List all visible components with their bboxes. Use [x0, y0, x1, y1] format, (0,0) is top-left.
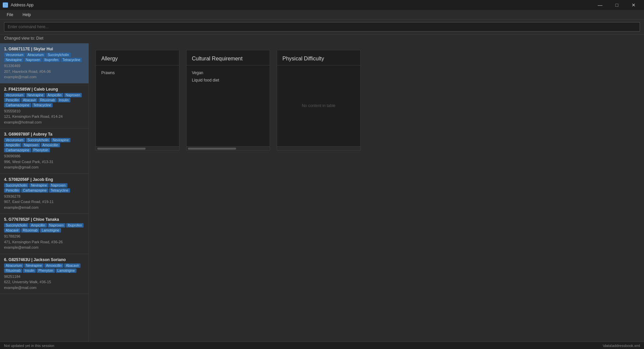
menu-help[interactable]: Help — [18, 11, 35, 18]
physical-panel-footer — [277, 146, 360, 150]
tag-ibuprofen: Ibuprofen — [43, 58, 60, 62]
contact-card-4[interactable]: 4. S7082056F | Jacob EngSuccinylcholinNe… — [0, 174, 89, 214]
tag-penicillin: Penicillin — [4, 98, 20, 102]
close-button[interactable]: ✕ — [626, 0, 641, 10]
tag-naproxen: Naproxen — [22, 143, 40, 147]
tag-naproxen: Naproxen — [49, 183, 67, 188]
contact-tags: SuccinylcholinAmpicillinNaproxenIbuprofe… — [4, 223, 85, 233]
app-title: Address App — [11, 3, 34, 7]
app-icon — [3, 2, 8, 8]
contact-card-6[interactable]: 6. G8257463U | Jackson SorianoAtracurium… — [0, 254, 89, 294]
tag-naproxen: Naproxen — [24, 58, 42, 62]
tag-succinylcholin: Succinylcholin — [26, 138, 50, 142]
tag-ibuprofen: Ibuprofen — [66, 223, 84, 228]
cultural-scrollbar[interactable] — [188, 148, 236, 150]
tag-rituximab: Rituximab — [4, 268, 22, 273]
cultural-panel: Cultural Requirement VeganLiquid food di… — [186, 50, 270, 151]
tag-ampicillin: Ampicillin — [46, 93, 63, 97]
tag-tetracycline: Tetracycline — [49, 188, 70, 193]
menu-file[interactable]: File — [3, 11, 17, 18]
status-line: Changed view to: Diet — [0, 35, 644, 43]
physical-panel-header: Physical Difficulty — [277, 50, 360, 65]
tag-succinylcholin: Succinylcholin — [4, 183, 29, 188]
tag-carbamazepine: Carbamazepine — [4, 103, 31, 107]
tag-ampicillin: Ampicillin — [4, 143, 21, 147]
contact-name: 4. S7082056F | Jacob Eng — [4, 177, 85, 182]
allergy-panel: Allergy Prawns — [96, 50, 179, 151]
tag-nevirapine: Nevirapine — [51, 138, 70, 142]
tag-vecuronium: Vecuronium — [4, 53, 25, 57]
tag-nevirapine: Nevirapine — [4, 58, 23, 62]
minimize-button[interactable]: — — [592, 0, 608, 10]
contact-info: 93555810121, Kensington Park Road, #14-2… — [4, 108, 85, 125]
physical-panel-body: No content in table — [277, 65, 360, 146]
contact-name: 3. G6969780F | Aubrey Ta — [4, 132, 85, 137]
tag-carbamazepine: Carbamazepine — [4, 148, 31, 152]
contact-card-5[interactable]: 5. G7767852F | Chloe TanakaSuccinylcholi… — [0, 214, 89, 254]
titlebar: Address App — □ ✕ — [0, 0, 644, 10]
titlebar-left: Address App — [3, 2, 34, 8]
tag-lamotrigine: Lamotrigine — [56, 268, 76, 273]
contact-info: 93696986996, West Coast Park, #13-31exam… — [4, 153, 85, 170]
contact-card-3[interactable]: 3. G6969780F | Aubrey TaVecuroniumSuccin… — [0, 129, 89, 174]
tag-tetracycline: Tetracycline — [61, 58, 82, 62]
content-area: Allergy Prawns Cultural Requirement Vega… — [89, 43, 644, 342]
allergy-scrollbar[interactable] — [97, 148, 146, 150]
tag-nevirapine: Nevirapine — [29, 183, 49, 188]
contact-tags: SuccinylcholinNevirapineNaproxenPenicill… — [4, 183, 85, 193]
tag-abacavir: Abacavir — [21, 98, 38, 102]
statusbar-right: \data\addressbook.xml — [603, 344, 640, 348]
allergy-item: Prawns — [101, 69, 174, 77]
maximize-button[interactable]: □ — [609, 0, 625, 10]
tag-carbamazepine: Carbamazepine — [21, 188, 48, 193]
menubar: File Help — [0, 10, 644, 19]
tag-abacavir: Abacavir — [4, 228, 20, 233]
tag-penicillin: Penicillin — [4, 188, 20, 193]
svg-point-2 — [4, 5, 5, 6]
contact-name: 2. F9421585W | Caleb Leung — [4, 87, 85, 92]
tag-nevirapine: Nevirapine — [24, 263, 44, 268]
contact-tags: VecuroniumAtracuriumSuccinylcholinNevira… — [4, 53, 85, 62]
tag-tetracycline: Tetracycline — [32, 103, 53, 107]
tag-atracurium: Atracurium — [4, 263, 23, 268]
statusbar-left: Not updated yet in this session — [4, 344, 54, 348]
contact-info: 93936278907, East Coast Road, #19-11exam… — [4, 194, 85, 210]
tag-atracurium: Atracurium — [26, 53, 45, 57]
allergy-panel-body: Prawns — [96, 65, 179, 146]
cultural-item: Liquid food diet — [192, 77, 264, 84]
cultural-panel-header: Cultural Requirement — [186, 50, 270, 65]
tag-rituximab: Rituximab — [21, 228, 39, 233]
tag-amoxicillin: Amoxicillin — [44, 263, 63, 268]
cultural-panel-footer — [186, 146, 270, 150]
tag-ampicillin: Ampicillin — [29, 223, 47, 228]
command-input[interactable] — [4, 22, 640, 32]
command-bar — [0, 19, 644, 35]
tag-vecuronium: Vecuronium — [4, 138, 25, 142]
window-controls: — □ ✕ — [592, 0, 641, 10]
tag-nevirapine: Nevirapine — [26, 93, 45, 97]
contact-tags: AtracuriumNevirapineAmoxicillinAbacavirR… — [4, 263, 85, 273]
contact-card-2[interactable]: 2. F9421585W | Caleb LeungVecuroniumNevi… — [0, 84, 89, 129]
tag-naproxen: Naproxen — [64, 93, 82, 97]
tag-amoxicillin: Amoxicillin — [41, 143, 60, 147]
tag-succinylcholin: Succinylcholin — [46, 53, 70, 57]
tag-insulin: Insulin — [23, 268, 36, 273]
tag-vecuronium: Vecuronium — [4, 93, 25, 97]
contact-tags: VecuroniumSuccinylcholinNevirapineAmpici… — [4, 138, 85, 152]
contact-name: 1. G6867117E | Skylar Hui — [4, 47, 85, 51]
contact-info: 98251184622, University Walk, #36-15exam… — [4, 274, 85, 291]
physical-panel: Physical Difficulty No content in table — [277, 50, 361, 151]
statusbar: Not updated yet in this session \data\ad… — [0, 342, 644, 349]
tag-phenytoin: Phenytoin — [32, 148, 50, 152]
tag-naproxen: Naproxen — [48, 223, 65, 228]
contact-card-1[interactable]: 1. G6867117E | Skylar HuiVecuroniumAtrac… — [0, 43, 89, 84]
allergy-panel-header: Allergy — [96, 50, 179, 65]
contact-info: 91788296471, Kensington Park Road, #36-2… — [4, 234, 85, 250]
sidebar[interactable]: 1. G6867117E | Skylar HuiVecuroniumAtrac… — [0, 43, 89, 342]
tag-phenytoin: Phenytoin — [37, 268, 55, 273]
contact-name: 5. G7767852F | Chloe Tanaka — [4, 217, 85, 222]
tag-succinylcholin: Succinylcholin — [4, 223, 29, 228]
cultural-item: Vegan — [192, 69, 264, 77]
main-content: 1. G6867117E | Skylar HuiVecuroniumAtrac… — [0, 43, 644, 342]
contact-tags: VecuroniumNevirapineAmpicillinNaproxenPe… — [4, 93, 85, 107]
